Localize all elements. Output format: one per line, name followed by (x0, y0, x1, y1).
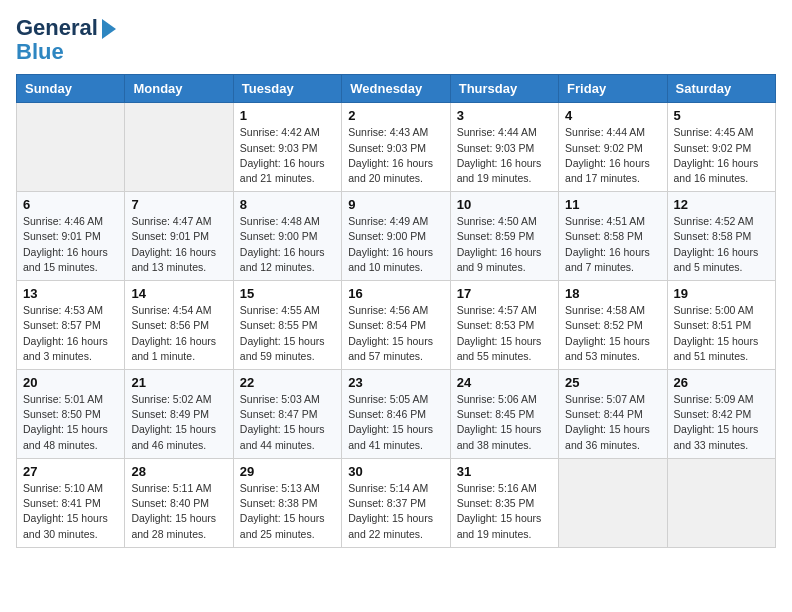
day-info: Sunrise: 4:51 AM Sunset: 8:58 PM Dayligh… (565, 214, 660, 275)
day-number: 15 (240, 286, 335, 301)
logo: General Blue (16, 16, 116, 64)
calendar-cell (667, 458, 775, 547)
calendar-cell: 13Sunrise: 4:53 AM Sunset: 8:57 PM Dayli… (17, 281, 125, 370)
day-number: 16 (348, 286, 443, 301)
day-info: Sunrise: 4:44 AM Sunset: 9:02 PM Dayligh… (565, 125, 660, 186)
day-info: Sunrise: 5:01 AM Sunset: 8:50 PM Dayligh… (23, 392, 118, 453)
day-info: Sunrise: 4:53 AM Sunset: 8:57 PM Dayligh… (23, 303, 118, 364)
day-header-friday: Friday (559, 75, 667, 103)
day-info: Sunrise: 5:14 AM Sunset: 8:37 PM Dayligh… (348, 481, 443, 542)
day-info: Sunrise: 5:00 AM Sunset: 8:51 PM Dayligh… (674, 303, 769, 364)
logo-arrow-icon (102, 19, 116, 39)
day-number: 29 (240, 464, 335, 479)
calendar-cell: 22Sunrise: 5:03 AM Sunset: 8:47 PM Dayli… (233, 370, 341, 459)
calendar-cell: 2Sunrise: 4:43 AM Sunset: 9:03 PM Daylig… (342, 103, 450, 192)
day-number: 8 (240, 197, 335, 212)
day-number: 27 (23, 464, 118, 479)
day-info: Sunrise: 4:56 AM Sunset: 8:54 PM Dayligh… (348, 303, 443, 364)
day-number: 14 (131, 286, 226, 301)
calendar-week-row: 27Sunrise: 5:10 AM Sunset: 8:41 PM Dayli… (17, 458, 776, 547)
calendar-cell: 21Sunrise: 5:02 AM Sunset: 8:49 PM Dayli… (125, 370, 233, 459)
day-info: Sunrise: 4:55 AM Sunset: 8:55 PM Dayligh… (240, 303, 335, 364)
day-info: Sunrise: 4:48 AM Sunset: 9:00 PM Dayligh… (240, 214, 335, 275)
day-number: 1 (240, 108, 335, 123)
calendar-cell: 8Sunrise: 4:48 AM Sunset: 9:00 PM Daylig… (233, 192, 341, 281)
day-info: Sunrise: 4:42 AM Sunset: 9:03 PM Dayligh… (240, 125, 335, 186)
day-number: 28 (131, 464, 226, 479)
day-info: Sunrise: 4:44 AM Sunset: 9:03 PM Dayligh… (457, 125, 552, 186)
calendar-week-row: 6Sunrise: 4:46 AM Sunset: 9:01 PM Daylig… (17, 192, 776, 281)
calendar-cell: 6Sunrise: 4:46 AM Sunset: 9:01 PM Daylig… (17, 192, 125, 281)
calendar-cell: 12Sunrise: 4:52 AM Sunset: 8:58 PM Dayli… (667, 192, 775, 281)
calendar-cell: 5Sunrise: 4:45 AM Sunset: 9:02 PM Daylig… (667, 103, 775, 192)
day-info: Sunrise: 4:43 AM Sunset: 9:03 PM Dayligh… (348, 125, 443, 186)
day-number: 12 (674, 197, 769, 212)
day-info: Sunrise: 4:57 AM Sunset: 8:53 PM Dayligh… (457, 303, 552, 364)
calendar-cell: 19Sunrise: 5:00 AM Sunset: 8:51 PM Dayli… (667, 281, 775, 370)
calendar-cell: 11Sunrise: 4:51 AM Sunset: 8:58 PM Dayli… (559, 192, 667, 281)
calendar-cell: 9Sunrise: 4:49 AM Sunset: 9:00 PM Daylig… (342, 192, 450, 281)
day-header-wednesday: Wednesday (342, 75, 450, 103)
day-info: Sunrise: 5:16 AM Sunset: 8:35 PM Dayligh… (457, 481, 552, 542)
day-number: 11 (565, 197, 660, 212)
calendar-cell: 29Sunrise: 5:13 AM Sunset: 8:38 PM Dayli… (233, 458, 341, 547)
day-info: Sunrise: 4:47 AM Sunset: 9:01 PM Dayligh… (131, 214, 226, 275)
day-info: Sunrise: 4:45 AM Sunset: 9:02 PM Dayligh… (674, 125, 769, 186)
calendar-cell (559, 458, 667, 547)
calendar-header-row: SundayMondayTuesdayWednesdayThursdayFrid… (17, 75, 776, 103)
logo-blue-text: Blue (16, 40, 116, 64)
day-header-sunday: Sunday (17, 75, 125, 103)
day-number: 9 (348, 197, 443, 212)
calendar-cell: 30Sunrise: 5:14 AM Sunset: 8:37 PM Dayli… (342, 458, 450, 547)
page-header: General Blue (16, 16, 776, 64)
calendar-cell: 27Sunrise: 5:10 AM Sunset: 8:41 PM Dayli… (17, 458, 125, 547)
day-number: 26 (674, 375, 769, 390)
calendar-cell (17, 103, 125, 192)
day-number: 5 (674, 108, 769, 123)
calendar-cell: 25Sunrise: 5:07 AM Sunset: 8:44 PM Dayli… (559, 370, 667, 459)
day-info: Sunrise: 5:03 AM Sunset: 8:47 PM Dayligh… (240, 392, 335, 453)
calendar-week-row: 1Sunrise: 4:42 AM Sunset: 9:03 PM Daylig… (17, 103, 776, 192)
day-number: 10 (457, 197, 552, 212)
day-number: 4 (565, 108, 660, 123)
day-info: Sunrise: 4:50 AM Sunset: 8:59 PM Dayligh… (457, 214, 552, 275)
day-header-thursday: Thursday (450, 75, 558, 103)
day-info: Sunrise: 4:54 AM Sunset: 8:56 PM Dayligh… (131, 303, 226, 364)
day-info: Sunrise: 4:49 AM Sunset: 9:00 PM Dayligh… (348, 214, 443, 275)
calendar-cell: 16Sunrise: 4:56 AM Sunset: 8:54 PM Dayli… (342, 281, 450, 370)
day-info: Sunrise: 5:10 AM Sunset: 8:41 PM Dayligh… (23, 481, 118, 542)
day-number: 7 (131, 197, 226, 212)
day-info: Sunrise: 4:52 AM Sunset: 8:58 PM Dayligh… (674, 214, 769, 275)
calendar-cell: 23Sunrise: 5:05 AM Sunset: 8:46 PM Dayli… (342, 370, 450, 459)
day-info: Sunrise: 5:11 AM Sunset: 8:40 PM Dayligh… (131, 481, 226, 542)
day-header-saturday: Saturday (667, 75, 775, 103)
day-header-monday: Monday (125, 75, 233, 103)
calendar-cell: 20Sunrise: 5:01 AM Sunset: 8:50 PM Dayli… (17, 370, 125, 459)
calendar-cell: 14Sunrise: 4:54 AM Sunset: 8:56 PM Dayli… (125, 281, 233, 370)
day-number: 22 (240, 375, 335, 390)
day-number: 25 (565, 375, 660, 390)
calendar-cell: 18Sunrise: 4:58 AM Sunset: 8:52 PM Dayli… (559, 281, 667, 370)
day-number: 20 (23, 375, 118, 390)
day-number: 13 (23, 286, 118, 301)
calendar-week-row: 20Sunrise: 5:01 AM Sunset: 8:50 PM Dayli… (17, 370, 776, 459)
day-info: Sunrise: 5:05 AM Sunset: 8:46 PM Dayligh… (348, 392, 443, 453)
calendar-cell (125, 103, 233, 192)
calendar-cell: 28Sunrise: 5:11 AM Sunset: 8:40 PM Dayli… (125, 458, 233, 547)
day-info: Sunrise: 4:58 AM Sunset: 8:52 PM Dayligh… (565, 303, 660, 364)
day-number: 2 (348, 108, 443, 123)
day-info: Sunrise: 5:09 AM Sunset: 8:42 PM Dayligh… (674, 392, 769, 453)
calendar-cell: 10Sunrise: 4:50 AM Sunset: 8:59 PM Dayli… (450, 192, 558, 281)
calendar-cell: 3Sunrise: 4:44 AM Sunset: 9:03 PM Daylig… (450, 103, 558, 192)
calendar-cell: 4Sunrise: 4:44 AM Sunset: 9:02 PM Daylig… (559, 103, 667, 192)
calendar-cell: 7Sunrise: 4:47 AM Sunset: 9:01 PM Daylig… (125, 192, 233, 281)
day-number: 19 (674, 286, 769, 301)
day-info: Sunrise: 5:02 AM Sunset: 8:49 PM Dayligh… (131, 392, 226, 453)
day-number: 23 (348, 375, 443, 390)
calendar-week-row: 13Sunrise: 4:53 AM Sunset: 8:57 PM Dayli… (17, 281, 776, 370)
calendar-cell: 31Sunrise: 5:16 AM Sunset: 8:35 PM Dayli… (450, 458, 558, 547)
day-info: Sunrise: 4:46 AM Sunset: 9:01 PM Dayligh… (23, 214, 118, 275)
day-number: 3 (457, 108, 552, 123)
calendar-table: SundayMondayTuesdayWednesdayThursdayFrid… (16, 74, 776, 547)
day-header-tuesday: Tuesday (233, 75, 341, 103)
